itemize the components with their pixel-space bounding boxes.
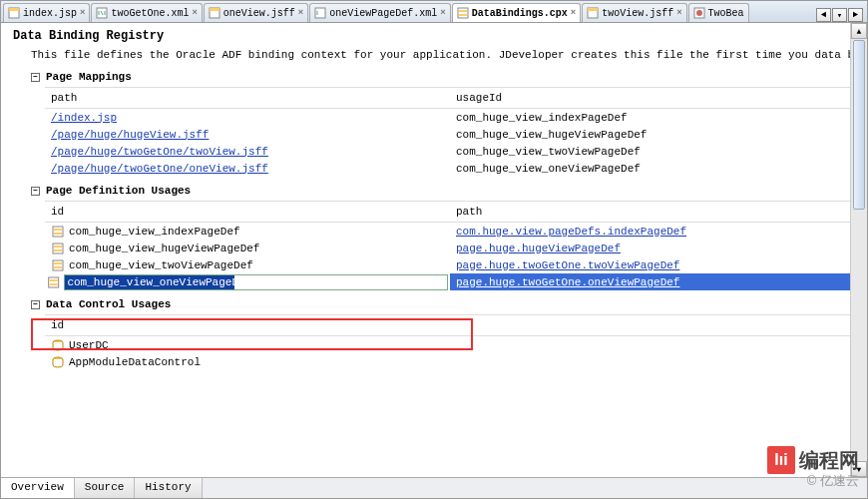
close-icon[interactable]: × [192, 8, 197, 18]
column-path: path /index.jsp /page/huge/hugeView.jsff… [45, 88, 450, 177]
column-header[interactable]: usageId [450, 88, 855, 109]
table-row[interactable]: UserDC [45, 336, 855, 353]
id-edit-input[interactable] [64, 274, 448, 290]
svg-point-12 [696, 10, 702, 16]
bottom-tab-source[interactable]: Source [75, 478, 136, 498]
jsp-icon [8, 7, 20, 19]
table-row[interactable]: com.huge.view.pageDefs.indexPageDef [450, 223, 855, 240]
id-value: com_huge_view_hugeViewPageDef [69, 243, 259, 254]
page-def-usages-table: id com_huge_view_indexPageDef com_huge_v… [45, 201, 855, 290]
table-row[interactable]: /page/huge/hugeView.jsff [45, 126, 450, 143]
path-link[interactable]: page.huge.twoGetOne.twoViewPageDef [456, 259, 679, 271]
column-header[interactable]: id [45, 315, 855, 336]
jsff-icon [209, 7, 220, 19]
svg-rect-1 [9, 8, 19, 11]
path-link[interactable]: page.huge.hugeViewPageDef [456, 243, 621, 254]
watermark-text: 编程网 [799, 447, 859, 474]
tabs-controls: ◄ ▾ ► [816, 8, 867, 22]
column-id: id UserDC AppModuleDataControl [45, 315, 855, 370]
usageid-value: com_huge_view_oneViewPageDef [456, 163, 641, 175]
section-header-page-def-usages[interactable]: − Page Definition Usages [31, 185, 855, 197]
tabs-list-button[interactable]: ▾ [832, 8, 847, 22]
close-icon[interactable]: × [440, 8, 445, 18]
section-data-control-usages: − Data Control Usages id UserDC AppModul… [31, 298, 855, 370]
svg-rect-18 [54, 250, 62, 251]
table-row[interactable]: page.huge.hugeViewPageDef [450, 240, 855, 256]
close-icon[interactable]: × [298, 8, 303, 18]
collapse-icon[interactable]: − [31, 187, 40, 196]
table-row[interactable]: com_huge_view_hugeViewPageDef [450, 126, 855, 143]
id-value: AppModuleDataControl [69, 356, 201, 368]
tab-index-jsp[interactable]: index.jsp× [3, 3, 90, 22]
svg-rect-15 [54, 233, 62, 235]
tab-twoview-jsff[interactable]: twoView.jsff× [582, 3, 686, 22]
svg-rect-4 [210, 8, 219, 11]
table-row[interactable]: com_huge_view_oneViewPageDef [450, 160, 855, 177]
scroll-up-button[interactable]: ▲ [851, 23, 867, 39]
tab-label: oneViewPageDef.xml [329, 8, 437, 19]
cpx-icon [457, 7, 469, 19]
svg-rect-24 [50, 283, 58, 285]
table-row[interactable]: /page/huge/twoGetOne/twoView.jsff [45, 143, 450, 160]
datacontrol-icon [51, 339, 65, 351]
xml-icon [96, 7, 108, 19]
column-header[interactable]: path [45, 88, 450, 109]
tab-oneview-jsff[interactable]: oneView.jsff× [204, 3, 308, 22]
data-control-usages-table: id UserDC AppModuleDataControl [45, 314, 855, 370]
svg-rect-10 [588, 8, 598, 11]
bottom-tab-history[interactable]: History [135, 478, 202, 498]
usageid-value: com_huge_view_twoViewPageDef [456, 146, 641, 158]
table-row[interactable]: com_huge_view_indexPageDef [450, 109, 855, 126]
tab-twobean-java[interactable]: TwoBea [688, 3, 749, 22]
path-link[interactable]: page.huge.twoGetOne.oneViewPageDef [456, 276, 679, 288]
section-header-data-control-usages[interactable]: − Data Control Usages [31, 298, 855, 310]
column-usageid: usageId com_huge_view_indexPageDef com_h… [450, 88, 855, 177]
svg-rect-8 [459, 14, 467, 16]
close-icon[interactable]: × [676, 8, 681, 18]
bottom-tab-overview[interactable]: Overview [1, 478, 75, 498]
column-id: id com_huge_view_indexPageDef com_huge_v… [45, 202, 450, 290]
pagedef-icon [47, 276, 60, 288]
collapse-icon[interactable]: − [31, 73, 40, 82]
watermark: lıi 编程网 [767, 446, 859, 474]
path-link[interactable]: /page/huge/hugeView.jsff [51, 129, 209, 141]
section-title: Data Control Usages [46, 298, 171, 310]
tab-label: twoGetOne.xml [111, 8, 189, 19]
tab-twogetone-xml[interactable]: twoGetOne.xml× [91, 3, 202, 22]
close-icon[interactable]: × [80, 8, 85, 18]
table-row[interactable]: /page/huge/twoGetOne/oneView.jsff [45, 160, 450, 177]
path-link[interactable]: /index.jsp [51, 112, 117, 124]
column-header[interactable]: id [45, 202, 450, 223]
tabs-scroll-left-button[interactable]: ◄ [816, 8, 831, 22]
path-link[interactable]: com.huge.view.pageDefs.indexPageDef [456, 226, 686, 238]
path-link[interactable]: /page/huge/twoGetOne/oneView.jsff [51, 163, 268, 175]
table-row[interactable]: com_huge_view_hugeViewPageDef [45, 240, 450, 256]
tab-label: twoView.jsff [602, 8, 673, 19]
table-row[interactable]: com_huge_view_indexPageDef [45, 223, 450, 240]
tabs-scroll-right-button[interactable]: ► [848, 8, 863, 22]
usageid-value: com_huge_view_indexPageDef [456, 112, 628, 124]
page-mappings-table: path /index.jsp /page/huge/hugeView.jsff… [45, 87, 855, 177]
table-row[interactable]: /index.jsp [45, 109, 450, 126]
table-row[interactable]: page.huge.twoGetOne.twoViewPageDef [450, 256, 855, 273]
table-row[interactable]: com_huge_view_twoViewPageDef [450, 143, 855, 160]
close-icon[interactable]: × [571, 8, 576, 18]
page-title: Data Binding Registry [13, 29, 855, 43]
table-row-selected[interactable]: page.huge.twoGetOne.oneViewPageDef [450, 273, 855, 290]
svg-rect-13 [53, 227, 63, 237]
pagedef-icon [51, 226, 65, 238]
section-header-page-mappings[interactable]: − Page Mappings [31, 71, 855, 83]
table-row-editing[interactable] [45, 273, 450, 290]
table-row[interactable]: com_huge_view_twoViewPageDef [45, 256, 450, 273]
scroll-thumb[interactable] [853, 40, 865, 210]
tab-label: index.jsp [23, 8, 77, 19]
column-header[interactable]: path [450, 202, 855, 223]
tab-label: DataBindings.cpx [472, 8, 568, 19]
tab-oneviewpagedef-xml[interactable]: oneViewPageDef.xml× [309, 3, 450, 22]
bottom-tabs-bar: Overview Source History [1, 477, 867, 498]
vertical-scrollbar[interactable]: ▲ ▼ [850, 23, 867, 477]
collapse-icon[interactable]: − [31, 300, 40, 309]
table-row[interactable]: AppModuleDataControl [45, 353, 855, 370]
tab-databindings-cpx[interactable]: DataBindings.cpx× [452, 3, 581, 22]
path-link[interactable]: /page/huge/twoGetOne/twoView.jsff [51, 146, 268, 158]
